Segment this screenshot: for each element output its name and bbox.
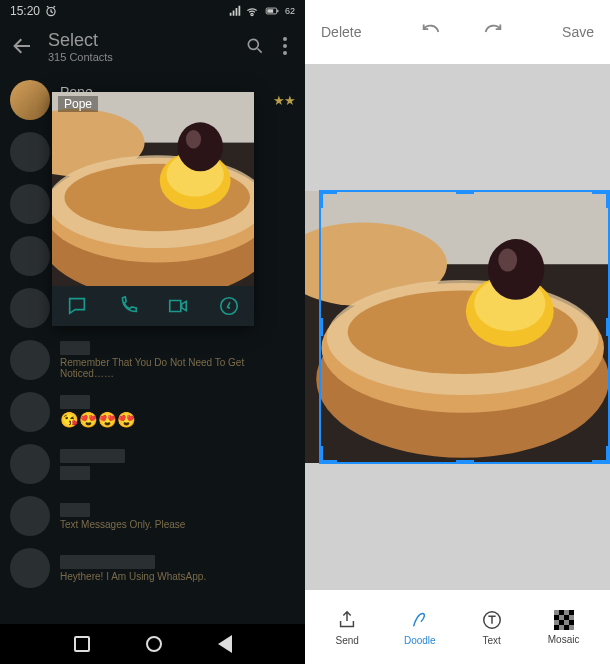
back-button[interactable] [218,635,232,653]
list-item[interactable]: Heythere! I Am Using WhatsApp. [0,542,305,594]
redacted-name [60,395,90,409]
doodle-tool[interactable]: Doodle [404,609,436,646]
avatar[interactable] [10,132,50,172]
avatar[interactable] [10,184,50,224]
redacted-name [60,341,90,355]
status-time: 15:20 [10,4,40,18]
mosaic-icon [554,610,574,630]
text-tool[interactable]: Text [481,609,503,646]
editor-topbar: Delete Save [305,0,610,64]
save-button[interactable]: Save [562,24,594,40]
avatar[interactable] [10,444,50,484]
tool-label: Doodle [404,635,436,646]
back-icon[interactable] [10,34,34,58]
list-item[interactable]: 😘😍😍😍 [0,386,305,438]
avatar[interactable] [10,496,50,536]
header-title: Select [48,30,231,51]
redacted-name [60,449,125,463]
avatar[interactable] [10,288,50,328]
battery-icon [262,4,282,18]
redacted-status [60,466,90,480]
avatar[interactable] [10,236,50,276]
home-button[interactable] [146,636,162,652]
popup-name: Pope [58,96,98,112]
editor-canvas[interactable] [305,64,610,590]
recents-button[interactable] [74,636,90,652]
avatar[interactable] [10,548,50,588]
header: Select 315 Contacts [0,22,305,70]
send-tool[interactable]: Send [336,609,359,646]
tool-label: Send [336,635,359,646]
stars-icon: ★★ [273,93,295,108]
contacts-screen: 15:20 62 Select 315 Contacts Pope ★★ [0,0,305,664]
video-icon[interactable] [167,295,189,317]
chat-icon[interactable] [66,295,88,317]
delete-button[interactable]: Delete [321,24,361,40]
status-bar: 15:20 62 [0,0,305,22]
info-icon[interactable] [218,295,240,317]
call-icon[interactable] [117,295,139,317]
undo-icon[interactable] [420,20,442,45]
signal-icon [228,4,242,18]
editor-image[interactable] [305,191,610,463]
contact-status: Text Messages Only. Please [60,519,295,530]
list-item[interactable] [0,438,305,490]
share-icon [336,609,358,631]
contact-status: Remember That You Do Not Need To Get Not… [60,357,295,379]
header-subtitle: 315 Contacts [48,51,231,63]
android-navbar [0,624,305,664]
popup-image[interactable] [52,92,254,286]
menu-icon[interactable] [275,37,295,55]
redacted-name [60,503,90,517]
wifi-icon [245,4,259,18]
contact-status: 😘😍😍😍 [60,411,295,429]
mosaic-tool[interactable]: Mosaic [548,610,580,645]
redo-icon[interactable] [482,20,504,45]
tool-label: Text [483,635,501,646]
list-item[interactable]: Text Messages Only. Please [0,490,305,542]
battery-percent: 62 [285,6,295,16]
search-icon[interactable] [245,36,265,56]
redacted-name [60,555,155,569]
avatar[interactable] [10,392,50,432]
svg-rect-14 [267,9,273,13]
editor-screen: Delete Save Send [305,0,610,664]
contact-popup: Pope [52,92,254,326]
text-icon [481,609,503,631]
avatar[interactable] [10,80,50,120]
popup-actions [52,286,254,326]
alarm-icon [44,4,58,18]
doodle-icon [409,609,431,631]
svg-rect-13 [277,10,278,12]
contact-status: Heythere! I Am Using WhatsApp. [60,571,295,582]
svg-point-15 [248,39,258,49]
avatar[interactable] [10,340,50,380]
editor-toolbar: Send Doodle Text Mosaic [305,590,610,664]
list-item[interactable]: Remember That You Do Not Need To Get Not… [0,334,305,386]
tool-label: Mosaic [548,634,580,645]
